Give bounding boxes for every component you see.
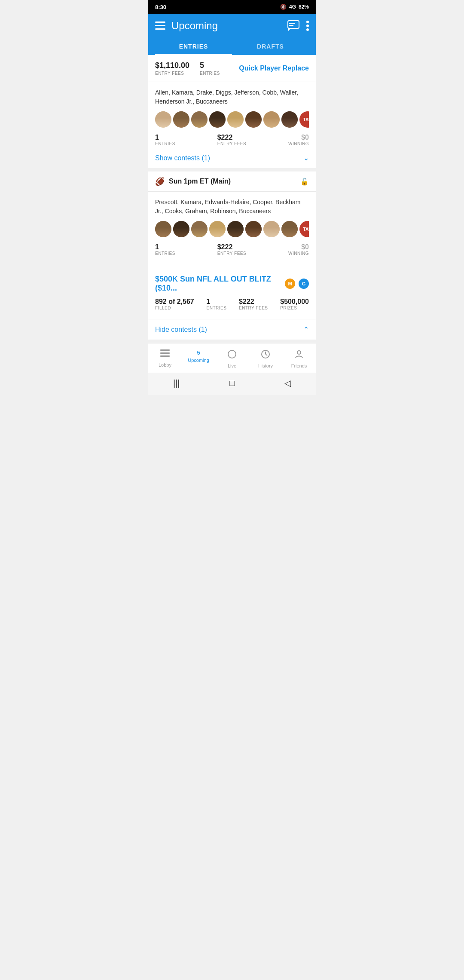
tab-bar: ENTRIES DRAFTS [155, 38, 309, 55]
status-icons: 🔇 4G 82% [280, 4, 309, 10]
hide-contests-button[interactable]: Hide contests (1) ⌃ [148, 319, 316, 340]
game-stat-fees-label: ENTRY FEES [217, 251, 246, 256]
game-title: Sun 1pm ET (Main) [169, 178, 296, 185]
avatar-5 [227, 111, 244, 128]
game-avatar-2 [173, 221, 189, 237]
svg-marker-6 [288, 28, 291, 31]
contest-section: $500K Sun NFL ALL OUT BLITZ ($10... M G … [148, 268, 316, 319]
lobby-label: Lobby [159, 362, 171, 368]
player-names-1: Allen, Kamara, Drake, Diggs, Jefferson, … [155, 88, 309, 106]
entries-label: ENTRIES [200, 71, 220, 76]
contest-title-text: $500K Sun NFL ALL OUT BLITZ ($10... [155, 275, 281, 293]
entry-fees-value: $1,110.00 [155, 61, 189, 70]
back-button[interactable]: ◁ [284, 378, 291, 388]
quick-player-replace-button[interactable]: Quick Player Replace [239, 64, 309, 72]
game-entry: Prescott, Kamara, Edwards-Helaire, Coope… [148, 192, 316, 268]
contest-prizes-label: PRIZES [280, 306, 309, 310]
total-entry-fees: $1,110.00 ENTRY FEES [155, 61, 189, 76]
upcoming-label: Upcoming [188, 358, 209, 363]
entry-card-1: Allen, Kamara, Drake, Diggs, Jefferson, … [148, 82, 316, 172]
contest-entries-value: 1 [206, 298, 226, 306]
game-stat-winning: $0 WINNING [288, 243, 309, 256]
game-avatar-6 [245, 221, 262, 237]
game-stat-entries-value: 1 [155, 243, 175, 251]
game-stat-fees: $222 ENTRY FEES [217, 243, 246, 256]
svg-line-16 [266, 354, 267, 355]
game-avatar-7 [263, 221, 280, 237]
svg-point-17 [297, 351, 301, 354]
menu-button[interactable] [155, 21, 165, 30]
game-stat-winning-label: WINNING [288, 251, 309, 256]
nav-lobby[interactable]: Lobby [148, 347, 182, 371]
contest-fees-value: $222 [239, 298, 268, 306]
avatar-2 [173, 111, 189, 128]
stat-entries-1: 1 ENTRIES [155, 134, 175, 146]
stat-fees-1: $222 ENTRY FEES [217, 134, 246, 146]
system-nav: ||| □ ◁ [148, 373, 316, 395]
svg-rect-4 [289, 23, 295, 24]
game-avatar-1 [155, 221, 171, 237]
contest-prizes-value: $500,000 [280, 298, 309, 306]
svg-rect-2 [155, 28, 165, 30]
game-team-badge: TAM [299, 221, 309, 237]
live-label: Live [228, 363, 236, 368]
show-contests-button[interactable]: Show contests (1) ⌄ [155, 152, 309, 162]
svg-rect-10 [160, 349, 170, 351]
svg-point-13 [228, 350, 236, 358]
contest-filled: 892 of 2,567 FILLED [155, 298, 194, 310]
avatar-4 [209, 111, 226, 128]
contest-fees: $222 ENTRY FEES [239, 298, 268, 310]
more-button[interactable] [306, 21, 309, 31]
player-names-2: Prescott, Kamara, Edwards-Helaire, Coope… [155, 198, 309, 216]
upcoming-badge: 5 [197, 349, 200, 356]
svg-point-8 [306, 24, 309, 27]
contest-fees-label: ENTRY FEES [239, 306, 268, 310]
nav-upcoming[interactable]: 5 Upcoming [182, 347, 215, 371]
avatar-8 [281, 111, 298, 128]
lobby-icon [160, 349, 170, 361]
page-title: Upcoming [171, 20, 218, 32]
nav-friends[interactable]: Friends [282, 347, 316, 371]
stat-winning-label-1: WINNING [288, 141, 309, 146]
game-avatar-5 [227, 221, 244, 237]
stat-fees-value-1: $222 [217, 134, 246, 141]
stat-winning-value-1: $0 [288, 134, 309, 141]
contest-filled-label: FILLED [155, 306, 194, 310]
mute-icon: 🔇 [280, 4, 287, 10]
badge-g: G [299, 279, 309, 289]
chevron-up-icon: ⌃ [303, 325, 309, 334]
tab-entries[interactable]: ENTRIES [155, 38, 232, 55]
svg-rect-3 [288, 21, 299, 28]
hide-contests-label: Hide contests (1) [155, 326, 207, 334]
battery: 82% [299, 4, 309, 10]
avatars-row-1: TAM [155, 111, 309, 128]
history-label: History [258, 363, 273, 368]
home-button[interactable]: □ [229, 378, 235, 388]
contest-prizes: $500,000 PRIZES [280, 298, 309, 310]
game-stat-winning-value: $0 [288, 243, 309, 251]
show-contests-label: Show contests (1) [155, 154, 210, 162]
entries-value: 5 [200, 61, 220, 70]
time: 8:30 [155, 4, 166, 10]
header: Upcoming ENTRIES DRAFTS [148, 14, 316, 55]
svg-rect-12 [160, 355, 170, 357]
stat-fees-label-1: ENTRY FEES [217, 141, 246, 146]
entry-stats-1: 1 ENTRIES $222 ENTRY FEES $0 WINNING [155, 134, 309, 146]
tab-drafts[interactable]: DRAFTS [232, 38, 309, 55]
stat-winning-1: $0 WINNING [288, 134, 309, 146]
nav-history[interactable]: History [249, 347, 282, 371]
contest-title: $500K Sun NFL ALL OUT BLITZ ($10... M G [155, 275, 309, 293]
entry-fees-label: ENTRY FEES [155, 71, 189, 76]
chat-button[interactable] [287, 20, 299, 31]
total-entries: 5 ENTRIES [200, 61, 220, 76]
contest-filled-value: 892 of 2,567 [155, 298, 194, 306]
svg-rect-1 [155, 25, 165, 26]
recent-apps-button[interactable]: ||| [173, 378, 180, 388]
game-stat-entries: 1 ENTRIES [155, 243, 175, 256]
lock-icon: 🔓 [300, 178, 309, 186]
nav-live[interactable]: Live [215, 347, 249, 371]
avatars-row-2: TAM [155, 221, 309, 237]
game-header: 🏈 Sun 1pm ET (Main) 🔓 [148, 172, 316, 192]
team-badge-1: TAM [299, 111, 309, 128]
game-stat-fees-value: $222 [217, 243, 246, 251]
